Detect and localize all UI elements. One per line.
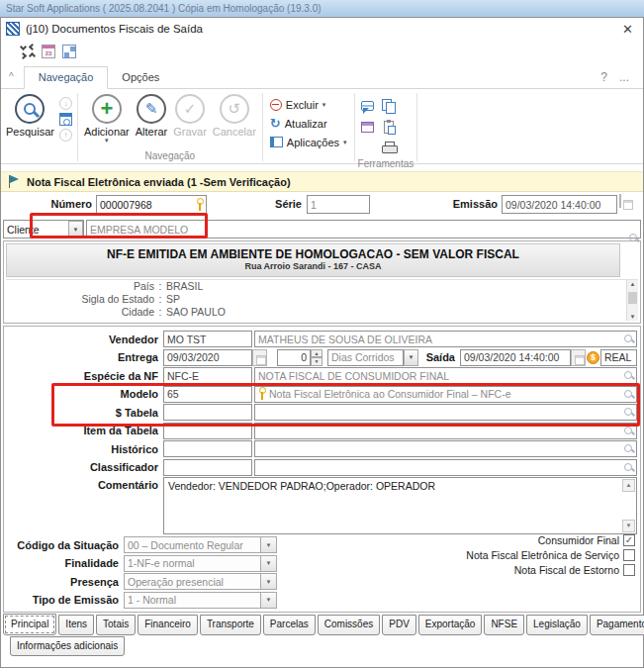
os-titlebar: Star Soft Applications ( 2025.08.2041 ) …	[0, 0, 644, 17]
adicionar-dropdown-icon[interactable]: ▾	[105, 138, 109, 143]
add-icon: +	[92, 94, 122, 124]
lookup-icon[interactable]	[624, 390, 633, 399]
lookup-icon[interactable]	[624, 334, 633, 343]
finalidade-select[interactable]: 1-NF-e normal	[124, 555, 261, 572]
tab-transporte[interactable]: Transporte	[200, 615, 261, 635]
tab-principal[interactable]: Principal	[3, 614, 56, 635]
tab-totais[interactable]: Totais	[96, 615, 136, 635]
gravar-button[interactable]: ✓ Gravar	[170, 91, 210, 138]
presenca-select[interactable]: Operação presencial	[124, 573, 261, 590]
finalidade-dropdown-icon[interactable]: ▼	[261, 555, 277, 572]
excluir-button[interactable]: Excluir ▾	[270, 96, 347, 113]
vendedor-name-input[interactable]: MATHEUS DE SOUSA DE OLIVEIRA	[254, 331, 637, 347]
modelo-code-input[interactable]: 65	[163, 386, 252, 403]
saida-input[interactable]: 09/03/2020 14:40:00	[460, 349, 571, 366]
copy-icon[interactable]	[382, 99, 396, 113]
modelo-desc-input[interactable]: Nota Fiscal Eletrônica ao Consumidor Fin…	[254, 386, 637, 403]
tab-navegacao[interactable]: Navegação	[24, 66, 109, 89]
lookup-icon[interactable]	[624, 408, 633, 417]
tabela-desc-input[interactable]	[254, 404, 637, 421]
lookup-icon[interactable]	[624, 444, 633, 453]
print-icon[interactable]	[382, 142, 396, 154]
search-window-icon[interactable]	[59, 113, 72, 126]
close-icon[interactable]: ✕	[620, 22, 635, 37]
paste-icon[interactable]	[384, 121, 394, 134]
especie-desc-input[interactable]: NOTA FISCAL DE CONSUMIDOR FINAL	[254, 367, 637, 384]
window-titlebar[interactable]: (j10) Documentos Fiscais de Saída ✕	[1, 18, 643, 40]
vendedor-code-input[interactable]: MO TST	[163, 331, 252, 347]
lookup-icon[interactable]	[624, 371, 633, 380]
aplicacoes-dropdown-icon[interactable]: ▾	[343, 140, 347, 145]
classificador-desc-input[interactable]	[254, 459, 637, 476]
aplicacoes-button[interactable]: Aplicações ▾	[270, 134, 347, 150]
ribbon-collapse-icon[interactable]: ^	[9, 71, 14, 82]
comment-scroll-down-icon[interactable]: ▼	[622, 520, 635, 532]
lookup-icon[interactable]	[624, 427, 633, 435]
tab-legislacao[interactable]: Legislação	[526, 615, 588, 635]
classificador-code-input[interactable]	[163, 459, 252, 476]
moeda-input[interactable]: REAL	[600, 349, 637, 366]
historico-code-input[interactable]	[163, 440, 252, 457]
item-tabela-desc-input[interactable]	[254, 423, 637, 439]
cliente-combobox[interactable]: Cliente ▼	[3, 220, 84, 239]
help-icon[interactable]: ?	[600, 70, 607, 84]
comment-scroll-up-icon[interactable]: ▲	[622, 479, 635, 492]
dias-mode-select[interactable]: Dias Corridos	[327, 349, 404, 366]
nf-estorno-checkbox[interactable]	[623, 564, 635, 576]
records-table-icon[interactable]	[361, 122, 374, 133]
emissao-input[interactable]: 09/03/2020 14:40:00	[502, 195, 617, 214]
codigo-situacao-select[interactable]: 00 – Documento Regular	[124, 536, 261, 553]
tab-opcoes[interactable]: Opções	[108, 67, 173, 88]
consumidor-final-checkbox[interactable]: ✓	[623, 534, 635, 546]
tab-itens[interactable]: Itens	[58, 615, 94, 635]
details-scrollbar[interactable]: ▲ ▼	[626, 280, 638, 321]
adicionar-button[interactable]: + Adicionar ▾	[81, 91, 133, 143]
comment-icon[interactable]	[361, 101, 374, 111]
grid-layout-icon[interactable]	[62, 45, 76, 58]
codigo-situacao-dropdown-icon[interactable]: ▼	[261, 536, 277, 553]
emissao-calendar-button[interactable]	[619, 194, 621, 208]
saida-calendar-button[interactable]	[571, 349, 586, 366]
tipo-emissao-dropdown-icon[interactable]: ▼	[261, 592, 277, 609]
tab-pagamentos[interactable]: Pagamentos	[590, 615, 644, 635]
tabela-code-input[interactable]	[163, 404, 252, 421]
company-search-icon[interactable]	[629, 234, 638, 242]
historico-desc-input[interactable]	[254, 440, 637, 457]
presenca-dropdown-icon[interactable]: ▼	[261, 573, 277, 590]
atualizar-button[interactable]: ↻ Atualizar	[270, 115, 347, 132]
nfe-servico-checkbox[interactable]	[623, 549, 635, 561]
entrega-calendar-button[interactable]	[252, 349, 267, 366]
cancelar-button[interactable]: ↺ Cancelar	[210, 91, 259, 138]
collapse-window-icon[interactable]	[21, 45, 35, 58]
tab-comissoes[interactable]: Comissões	[318, 615, 380, 635]
search-next-icon[interactable]: ↓	[59, 97, 72, 110]
tab-exportacao[interactable]: Exportação	[418, 615, 483, 635]
tab-financeiro[interactable]: Financeiro	[138, 615, 198, 635]
entrega-date-input[interactable]: 09/03/2020	[163, 349, 252, 366]
dias-input[interactable]: 0	[277, 349, 311, 366]
tab-nfse[interactable]: NFSE	[484, 615, 524, 635]
pesquisar-button[interactable]: Pesquisar	[3, 91, 57, 138]
item-tabela-code-input[interactable]	[163, 423, 252, 439]
cliente-dropdown-icon[interactable]: ▼	[68, 221, 83, 238]
especie-code-input[interactable]: NFC-E	[163, 367, 252, 384]
tipo-emissao-select[interactable]: 1 - Normal	[124, 592, 261, 609]
tab-parcelas[interactable]: Parcelas	[263, 615, 316, 635]
alterar-button[interactable]: ✎ Alterar	[133, 91, 170, 138]
tab-informacoes-adicionais[interactable]: Informações adicionais	[10, 636, 125, 656]
lookup-icon[interactable]	[624, 463, 633, 472]
excluir-dropdown-icon[interactable]: ▾	[322, 102, 326, 108]
cliente-input[interactable]: EMPRESA MODELO	[86, 220, 641, 239]
comentario-textarea[interactable]: Vendedor: VENDEDOR PADRAO;Operador: OPER…	[163, 477, 637, 534]
calendar-icon[interactable]: 23	[42, 45, 55, 58]
scroll-down-icon[interactable]: ▼	[627, 314, 638, 320]
numero-input[interactable]: 000007968	[96, 195, 207, 214]
more-options-icon[interactable]: ...	[619, 70, 629, 84]
serie-input[interactable]: 1	[307, 195, 370, 214]
tab-pdv[interactable]: PDV	[382, 615, 416, 635]
scroll-up-icon[interactable]: ▲	[627, 281, 638, 287]
dias-stepper[interactable]: ▲▼	[311, 349, 322, 366]
search-prev-icon[interactable]: ↑	[59, 129, 72, 142]
scroll-thumb[interactable]	[628, 292, 637, 304]
dias-mode-dropdown-icon[interactable]: ▼	[404, 349, 418, 366]
